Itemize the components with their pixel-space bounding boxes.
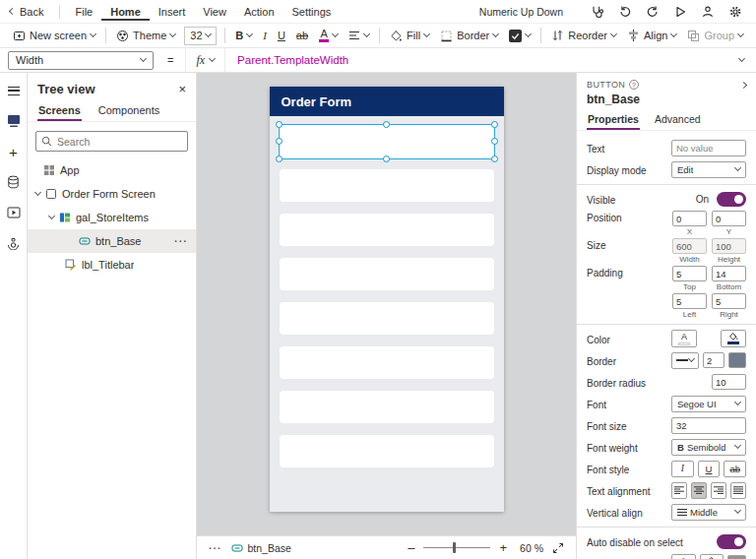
redo-icon[interactable] <box>642 2 663 22</box>
display-mode-dropdown[interactable]: Edit <box>671 161 746 178</box>
font-color-button[interactable]: A <box>671 330 697 347</box>
app-screen-preview[interactable]: Order Form <box>270 87 504 512</box>
fill-button[interactable]: Fill <box>385 25 434 46</box>
fx-dropdown[interactable]: fx <box>185 48 225 72</box>
menu-settings[interactable]: Settings <box>284 2 341 21</box>
tree-item-lbl-titlebar[interactable]: lbl_Titlebar <box>28 253 196 277</box>
settings-gear-icon[interactable] <box>724 2 746 22</box>
menu-action[interactable]: Action <box>235 2 284 21</box>
group-button[interactable]: Group <box>682 25 748 46</box>
disabled-fill-color-button[interactable] <box>700 554 724 559</box>
gallery-item-button[interactable] <box>280 435 494 467</box>
design-canvas[interactable]: Order Form <box>197 73 576 535</box>
back-button[interactable]: Back <box>10 6 43 18</box>
data-sources-icon[interactable] <box>4 172 24 192</box>
font-weight-dropdown[interactable]: BSemibold <box>671 439 746 456</box>
tab-properties[interactable]: Properties <box>587 111 640 130</box>
underline-button[interactable]: U <box>273 25 290 46</box>
text-align-button[interactable] <box>344 25 374 46</box>
gallery-control[interactable] <box>270 116 504 467</box>
bold-button[interactable]: B <box>230 25 257 46</box>
gallery-item-button[interactable] <box>280 346 494 379</box>
more-options-icon[interactable]: ··· <box>209 542 222 554</box>
info-icon[interactable]: ? <box>629 80 639 90</box>
menu-home[interactable]: Home <box>101 2 150 21</box>
selection-handle[interactable] <box>383 155 390 162</box>
vertical-align-dropdown[interactable]: Middle <box>671 504 746 521</box>
play-preview-icon[interactable] <box>669 2 691 22</box>
border-button[interactable]: Border <box>435 25 503 46</box>
reorder-button[interactable]: Reorder <box>546 25 621 46</box>
align-right-button[interactable] <box>711 482 726 499</box>
undo-icon[interactable] <box>614 2 636 22</box>
size-width-input[interactable] <box>672 238 707 254</box>
padding-left-input[interactable] <box>672 293 707 309</box>
zoom-slider[interactable] <box>423 547 490 548</box>
formula-input[interactable]: Parent.TemplateWidth <box>237 54 348 66</box>
align-button[interactable]: Align <box>622 25 681 46</box>
tree-item-btn-base[interactable]: btn_Base ··· <box>28 229 196 253</box>
position-y-input[interactable] <box>712 211 746 226</box>
italic-button[interactable]: I <box>671 461 694 477</box>
underline-button[interactable]: U <box>698 461 721 477</box>
tab-components[interactable]: Components <box>97 101 160 121</box>
advanced-tools-icon[interactable] <box>4 233 24 253</box>
auto-disable-toggle[interactable] <box>717 534 746 549</box>
gallery-item-button[interactable] <box>280 169 494 202</box>
padding-right-input[interactable] <box>712 293 746 309</box>
zoom-out-icon[interactable]: – <box>408 541 414 554</box>
padding-top-input[interactable] <box>672 266 707 281</box>
strikethrough-button[interactable]: ab <box>724 461 746 477</box>
border-color-swatch[interactable] <box>728 352 746 368</box>
chevron-down-icon[interactable] <box>48 213 55 219</box>
fill-color-button[interactable] <box>721 330 746 347</box>
more-options-icon[interactable]: ··· <box>174 235 196 247</box>
tree-item-gal-storeitems[interactable]: gal_StoreItems <box>28 206 196 229</box>
tree-item-app[interactable]: App <box>28 158 196 182</box>
zoom-slider-handle[interactable] <box>453 542 456 553</box>
font-size-dropdown[interactable]: 32 <box>184 27 217 45</box>
hamburger-menu-icon[interactable] <box>4 81 24 100</box>
font-dropdown[interactable]: Segoe UI <box>671 396 746 412</box>
menu-insert[interactable]: Insert <box>150 2 195 21</box>
tree-view-icon[interactable] <box>4 111 24 131</box>
disabled-font-color-button[interactable]: A <box>671 554 696 559</box>
strikethrough-button[interactable]: ab <box>291 25 313 46</box>
expand-formula-bar-icon[interactable] <box>738 55 745 62</box>
media-icon[interactable] <box>4 203 24 222</box>
close-icon[interactable]: × <box>178 83 186 95</box>
padding-bottom-input[interactable] <box>712 266 746 281</box>
gallery-item-button[interactable] <box>280 302 494 335</box>
selection-handle[interactable] <box>491 121 498 128</box>
align-center-button[interactable] <box>691 482 707 499</box>
text-property-input[interactable] <box>671 140 746 156</box>
visible-toggle[interactable] <box>717 192 746 207</box>
gallery-item-button[interactable] <box>280 214 494 246</box>
tab-screens[interactable]: Screens <box>37 101 82 121</box>
border-thickness-input[interactable] <box>703 352 724 368</box>
collapse-panel-icon[interactable] <box>740 81 747 88</box>
selection-handle[interactable] <box>276 138 283 145</box>
align-left-button[interactable] <box>671 482 687 499</box>
status-selected-control[interactable]: btn_Base <box>231 542 291 554</box>
disabled-color-swatch[interactable] <box>727 555 746 559</box>
align-justify-button[interactable] <box>730 482 746 499</box>
theme-button[interactable]: Theme <box>111 25 180 46</box>
size-height-input[interactable] <box>712 238 746 254</box>
fit-to-window-icon[interactable] <box>552 542 564 554</box>
selected-button-control[interactable] <box>280 125 494 158</box>
app-checker-icon[interactable] <box>587 2 608 22</box>
position-x-input[interactable] <box>672 211 707 226</box>
share-icon[interactable] <box>697 2 719 22</box>
property-selector-dropdown[interactable]: Width <box>8 51 154 70</box>
selection-handle[interactable] <box>491 138 498 145</box>
selection-handle[interactable] <box>491 155 498 162</box>
selection-handle[interactable] <box>276 155 283 162</box>
menu-view[interactable]: View <box>194 2 235 21</box>
insert-icon[interactable]: + <box>4 142 24 161</box>
border-radius-input[interactable] <box>712 374 746 390</box>
tab-advanced[interactable]: Advanced <box>654 111 702 130</box>
gallery-item-button[interactable] <box>280 258 494 290</box>
selection-handle[interactable] <box>383 121 390 128</box>
menu-file[interactable]: File <box>66 2 101 21</box>
